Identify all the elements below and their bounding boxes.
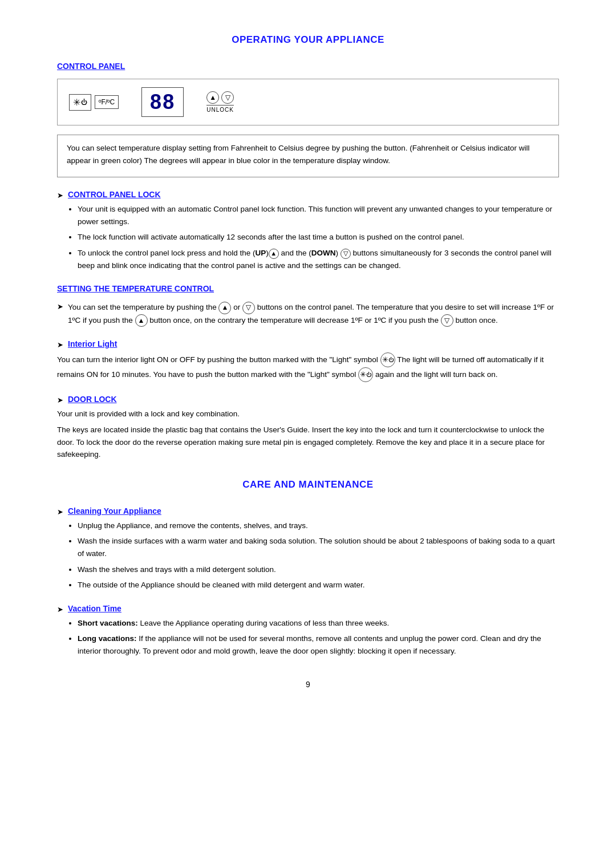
door-lock-text1: Your unit is provided with a lock and ke… — [57, 408, 559, 420]
door-lock-section: ➤ DOOR LOCK Your unit is provided with a… — [57, 395, 559, 460]
control-panel-section: CONTROL PANEL ✳⏻ ºF/ºC 88 ▲ ▽ UNLOCK You… — [57, 62, 559, 271]
temp-arrow-sym: ➤ — [57, 302, 63, 311]
up-btn-inline: ▲ — [218, 302, 231, 314]
vacation-heading: Vacation Time — [68, 604, 121, 613]
interior-light-heading-item: ➤ Interior Light — [57, 339, 559, 349]
light-icon-inline: ✳⏻ — [380, 352, 395, 367]
short-vacation-label: Short vacations: — [78, 619, 138, 627]
cleaning-heading-item: ➤ Cleaning Your Appliance — [57, 506, 559, 516]
vacation-section: ➤ Vacation Time Short vacations: Leave t… — [57, 604, 559, 658]
door-lock-arrow: ➤ — [57, 396, 63, 404]
cleaning-bullets: Unplug the Appliance, and remove the con… — [57, 520, 559, 591]
vacation-heading-item: ➤ Vacation Time — [57, 604, 559, 614]
lock-bullet-2: The lock function will activate automati… — [78, 231, 559, 244]
lock-bullets: Your unit is equipped with an automatic … — [57, 203, 559, 271]
down-btn-inline: ▽ — [242, 302, 255, 314]
unlock-label: UNLOCK — [206, 105, 234, 113]
light-icon-box: ✳⏻ — [69, 94, 91, 111]
door-lock-heading: DOOR LOCK — [68, 395, 117, 404]
cleaning-heading: Cleaning Your Appliance — [68, 506, 161, 516]
up-arrow-button[interactable]: ▲ — [206, 91, 219, 104]
cleaning-bullet-3: Wash the shelves and trays with a mild d… — [78, 563, 559, 576]
interior-light-section: ➤ Interior Light You can turn the interi… — [57, 339, 559, 382]
control-panel-diagram: ✳⏻ ºF/ºC 88 ▲ ▽ UNLOCK — [57, 79, 559, 125]
fahrenheit-celsius-box: ºF/ºC — [95, 95, 119, 109]
interior-light-heading: Interior Light — [68, 339, 117, 348]
down-btn-inline2: ▽ — [441, 314, 453, 327]
up-btn-inline2: ▲ — [135, 314, 148, 327]
care-section: CARE AND MAINTENANCE ➤ Cleaning Your App… — [57, 479, 559, 658]
down-arrow-button[interactable]: ▽ — [221, 91, 234, 104]
page-title: OPERATING YOUR APPLIANCE — [57, 34, 559, 46]
vacation-bullets: Short vacations: Leave the Appliance ope… — [57, 617, 559, 658]
cleaning-bullet-2: Wash the inside surfaces with a warm wat… — [78, 535, 559, 559]
control-panel-lock-section: ➤ CONTROL PANEL LOCK Your unit is equipp… — [57, 190, 559, 271]
control-panel-icons: ✳⏻ ºF/ºC — [69, 94, 119, 111]
cleaning-bullet-1: Unplug the Appliance, and remove the con… — [78, 520, 559, 532]
door-lock-text2: The keys are located inside the plastic … — [57, 424, 559, 461]
door-lock-heading-item: ➤ DOOR LOCK — [57, 395, 559, 404]
long-vacation-label: Long vacations: — [78, 634, 137, 643]
info-text: You can select temperature display setti… — [67, 142, 549, 167]
page-number: 9 — [57, 680, 559, 689]
lock-bullet-3: To unlock the control panel lock press a… — [78, 247, 559, 271]
temperature-arrow-item: ➤ You can set the temperature by pushing… — [57, 301, 559, 327]
light-icon-inline2: ✳⏻ — [358, 367, 373, 382]
unlock-buttons: ▲ ▽ — [206, 91, 234, 104]
care-title: CARE AND MAINTENANCE — [57, 479, 559, 490]
control-panel-heading: CONTROL PANEL — [57, 62, 559, 71]
unlock-group: ▲ ▽ UNLOCK — [206, 91, 234, 113]
fahrenheit-celsius-label: ºF/ºC — [99, 98, 115, 106]
control-panel-info: You can select temperature display setti… — [57, 135, 559, 177]
temperature-text: You can set the temperature by pushing t… — [68, 301, 559, 327]
power-symbol: ⏻ — [81, 99, 87, 106]
interior-light-text: You can turn the interior light ON or OF… — [57, 352, 559, 382]
arrow-symbol: ➤ — [57, 191, 63, 200]
lock-bullet-1: Your unit is equipped with an automatic … — [78, 203, 559, 228]
light-symbol: ✳ — [73, 97, 80, 108]
interior-arrow-sym: ➤ — [57, 340, 63, 349]
cleaning-section: ➤ Cleaning Your Appliance Unplug the App… — [57, 506, 559, 591]
vacation-bullet-1: Short vacations: Leave the Appliance ope… — [78, 617, 559, 630]
vacation-bullet-2: Long vacations: If the appliance will no… — [78, 632, 559, 657]
cleaning-arrow: ➤ — [57, 508, 63, 516]
cleaning-bullet-4: The outside of the Appliance should be c… — [78, 579, 559, 591]
temperature-display: 88 — [141, 87, 184, 117]
lock-heading: CONTROL PANEL LOCK — [68, 190, 161, 199]
vacation-arrow: ➤ — [57, 605, 63, 614]
temperature-section: SETTING THE TEMPERATURE CONTROL ➤ You ca… — [57, 284, 559, 327]
temperature-heading: SETTING THE TEMPERATURE CONTROL — [57, 284, 559, 293]
lock-heading-item: ➤ CONTROL PANEL LOCK — [57, 190, 559, 200]
